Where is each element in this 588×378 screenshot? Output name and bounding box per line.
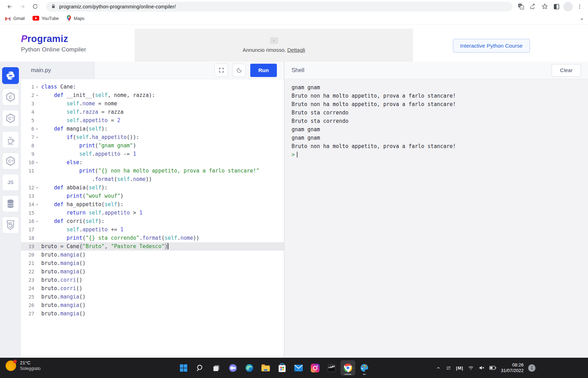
ad-details-link[interactable]: Dettagli: [287, 47, 305, 53]
share-icon[interactable]: [528, 2, 538, 12]
dark-mode-moon-button[interactable]: [232, 64, 246, 77]
sidebar-item-c[interactable]: C: [2, 89, 19, 105]
shell-output-line: gnam gnam: [292, 83, 581, 92]
bookmark-maps[interactable]: Maps: [66, 15, 85, 22]
sidebar-item-sql[interactable]: [2, 195, 19, 212]
code-line[interactable]: 11 print("{} non ha molto appetito, prov…: [21, 167, 284, 175]
taskbar-instagram-icon[interactable]: [308, 360, 322, 376]
taskbar-task-view-icon[interactable]: [209, 360, 224, 376]
shell-output-line: Bruto non ha molto appetito, prova a far…: [292, 142, 581, 150]
code-line[interactable]: 26bruto.mangia(): [21, 301, 284, 309]
bookmark-youtube[interactable]: YouTube: [33, 16, 59, 22]
taskbar-paint-icon[interactable]: [357, 360, 372, 376]
code-line[interactable]: 18 print("{} sta correndo".format(self.n…: [21, 234, 284, 242]
fold-spacer: [34, 170, 40, 171]
taskbar-clock[interactable]: 08:26 31/07/2022: [501, 362, 524, 373]
volume-muted-icon[interactable]: [478, 365, 485, 371]
bookmark-star-icon[interactable]: [540, 2, 550, 12]
line-number: 10: [21, 158, 34, 167]
battery-icon[interactable]: [489, 365, 496, 370]
code-line[interactable]: 7▾ if(self.ha_appetito()):: [21, 133, 284, 141]
code-line[interactable]: .format(self.nome)): [21, 175, 284, 183]
code-line[interactable]: 8 print("gnam gnam"): [21, 141, 284, 150]
taskbar-store-icon[interactable]: [275, 360, 289, 376]
taskbar-chat-icon[interactable]: [225, 360, 240, 376]
code-line[interactable]: 25bruto.mangia(): [21, 293, 284, 301]
notification-badge[interactable]: 1: [528, 364, 536, 372]
fold-arrow-icon[interactable]: ▾: [34, 133, 40, 142]
code-line[interactable]: 23bruto.corri(): [21, 276, 284, 284]
clear-button[interactable]: Clear: [552, 64, 581, 77]
run-button[interactable]: Run: [250, 64, 277, 77]
code-editor[interactable]: 1▾class Cane:2▾ def __init__(self, nome,…: [21, 79, 284, 358]
wifi-icon[interactable]: [468, 365, 474, 371]
code-line[interactable]: 15 return self.appetito > 1: [21, 209, 284, 217]
sidebar-item-csharp[interactable]: C#: [2, 153, 19, 169]
fold-arrow-icon[interactable]: ▾: [34, 183, 40, 192]
fold-arrow-icon[interactable]: ▾: [34, 217, 40, 226]
code-line[interactable]: 27bruto.mangia(): [21, 309, 284, 318]
tray-m-app-icon[interactable]: |M|: [456, 365, 463, 371]
tray-filters-icon[interactable]: [446, 365, 451, 371]
code-line[interactable]: 1▾class Cane:: [21, 83, 284, 91]
sidebar-item-javascript[interactable]: JS: [2, 174, 19, 191]
fold-arrow-icon[interactable]: ▾: [34, 124, 40, 133]
taskbar-start-icon[interactable]: [176, 360, 191, 376]
address-bar[interactable]: programiz.com/python-programming/online-…: [46, 2, 512, 12]
taskbar-edge-icon[interactable]: [242, 360, 257, 376]
code-line[interactable]: 6▾ def mangia(self):: [21, 125, 284, 133]
python-icon: [6, 71, 15, 80]
sidebar-item-java[interactable]: [2, 131, 19, 148]
code-line[interactable]: 5 self.appetito = 2: [21, 116, 284, 125]
fullscreen-button[interactable]: [215, 64, 228, 77]
weather-widget[interactable]: 21°C Soleggiato: [6, 360, 41, 371]
tab-main-py[interactable]: main.py: [21, 62, 94, 79]
bookmark-gmail[interactable]: Gmail: [5, 16, 25, 22]
code-line[interactable]: 9 self.appetito -= 1: [21, 150, 284, 158]
profile-avatar[interactable]: [564, 2, 573, 11]
sidebar-item-html[interactable]: [2, 217, 19, 233]
code-text: bruto.corri(): [40, 276, 82, 284]
shell-prompt[interactable]: >: [292, 150, 581, 159]
taskbar-mail-icon[interactable]: [291, 360, 306, 376]
code-line[interactable]: 20bruto.mangia(): [21, 251, 284, 259]
code-line[interactable]: 2▾ def __init__(self, nome, razza):: [21, 91, 284, 99]
taskbar-clipchamp-icon[interactable]: [324, 360, 339, 376]
code-line[interactable]: 10▾ else:: [21, 158, 284, 167]
interactive-course-button[interactable]: Interactive Python Course: [453, 39, 530, 52]
side-panel-icon[interactable]: [552, 2, 561, 12]
fold-arrow-icon[interactable]: ▾: [34, 200, 40, 209]
code-line[interactable]: 17 self.appetito += 1: [21, 225, 284, 234]
hidden-icons-chevron-icon[interactable]: [436, 365, 441, 371]
bookmarks-overflow-icon[interactable]: »: [581, 16, 583, 21]
line-number: 17: [21, 225, 34, 234]
code-line[interactable]: 16▾ def corri(self):: [21, 217, 284, 225]
menu-dots-icon[interactable]: [575, 2, 584, 12]
reload-icon[interactable]: [30, 2, 40, 12]
code-line[interactable]: 4 self.razza = razza: [21, 108, 284, 116]
line-number: 27: [21, 309, 34, 318]
taskbar-chrome-icon[interactable]: [341, 360, 355, 376]
fold-arrow-icon[interactable]: ▾: [34, 82, 40, 91]
back-icon[interactable]: [5, 2, 15, 12]
programiz-logo[interactable]: Programiz: [21, 34, 86, 44]
sidebar-item-python[interactable]: [2, 67, 19, 84]
taskbar-file-explorer-icon[interactable]: [258, 360, 273, 376]
shell-cursor: [297, 152, 298, 158]
clock-date: 31/07/2022: [501, 368, 524, 373]
code-line[interactable]: 21bruto.mangia(): [21, 259, 284, 267]
code-line[interactable]: 22bruto.mangia(): [21, 267, 284, 276]
code-line[interactable]: 13 print("wouf wouf"): [21, 192, 284, 200]
code-line[interactable]: 12▾ def abbaia(self):: [21, 183, 284, 192]
code-line-active[interactable]: 19bruto = Cane("Bruto", "Pastore Tedesco…: [21, 242, 284, 251]
forward-icon[interactable]: [18, 2, 27, 12]
code-line[interactable]: 24bruto.corri(): [21, 284, 284, 293]
code-line[interactable]: 14▾ def ha_appetito(self):: [21, 200, 284, 209]
fold-arrow-icon[interactable]: ▾: [34, 91, 40, 100]
taskbar-search-icon[interactable]: [192, 360, 207, 376]
translate-icon[interactable]: Gx: [516, 2, 526, 12]
shell-output[interactable]: gnam gnamBruto non ha molto appetito, pr…: [285, 79, 588, 358]
fold-arrow-icon[interactable]: ▾: [34, 158, 40, 167]
sidebar-item-cpp[interactable]: C+: [2, 110, 19, 127]
code-line[interactable]: 3 self.nome = nome: [21, 99, 284, 108]
